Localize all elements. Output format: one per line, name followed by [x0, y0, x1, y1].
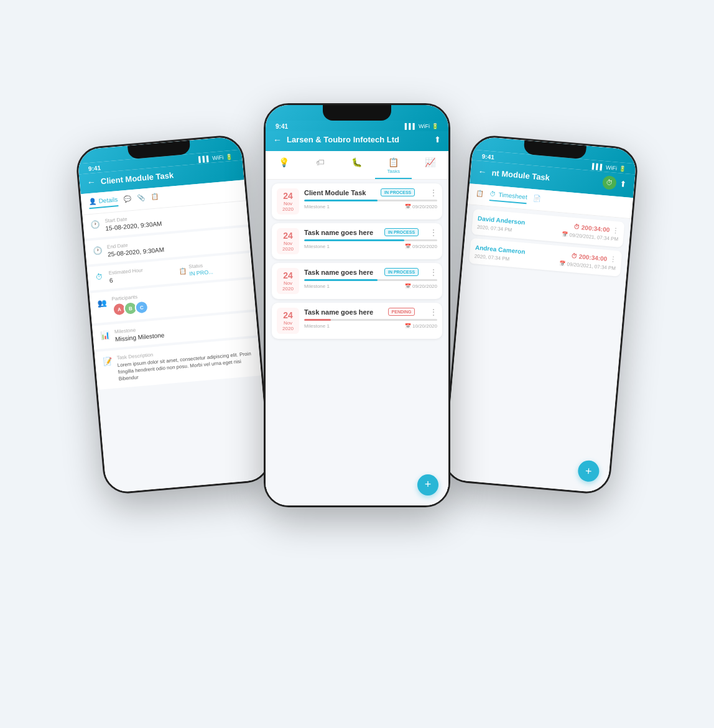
right-share-icon[interactable]: ⬆: [619, 178, 627, 188]
task-badge-1: IN PROCESS: [381, 188, 415, 196]
task-dots-1[interactable]: ⋮: [430, 188, 437, 197]
task-progress-3: [304, 279, 437, 281]
timesheet-name-2: Andrea Cameron: [475, 244, 526, 255]
left-status-icons: ▌▌▌WiFi🔋: [198, 153, 233, 162]
task-badge-4: PENDING: [388, 308, 415, 316]
task-badge-2: IN PROCESS: [384, 228, 419, 236]
task-progress-1: [304, 200, 437, 201]
task-milestone-4: Milestone 1: [304, 323, 330, 329]
tab-analytics[interactable]: 📈: [412, 155, 448, 179]
task-progress-bar-2: [304, 239, 404, 241]
task-card-4: 24 Nov 2020 Task name goes here PENDING …: [272, 303, 442, 339]
task-date-1: 24 Nov 2020: [277, 188, 299, 214]
task-name-4: Task name goes here: [304, 308, 373, 316]
task-name-1: Client Module Task: [304, 189, 366, 196]
right-timesheet-list: David Anderson ⏱ 200:34:00 ⋮ 2020, 07:34…: [443, 205, 631, 493]
timesheet-from-2: 2020, 07:34 PM: [474, 253, 509, 262]
milestone-icon: 📊: [100, 331, 110, 340]
task-due-4: 📅 10/20/2020: [405, 323, 437, 329]
center-fab[interactable]: +: [417, 474, 438, 495]
right-phone-title: nt Module Task: [491, 167, 598, 186]
center-share-icon[interactable]: ⬆: [434, 135, 441, 144]
right-status-time: 9:41: [481, 152, 494, 160]
task-date-3: 24 Nov 2020: [277, 268, 299, 294]
timer-icon: ⏱: [95, 272, 104, 281]
center-phone: 9:41 ▌▌▌WiFi🔋 ← Larsen & Toubro Infotech…: [264, 103, 450, 507]
right-tab-extra[interactable]: 📄: [533, 194, 541, 205]
avatar-3: C: [134, 300, 149, 315]
center-task-list: 24 Nov 2020 Client Module Task IN PROCES…: [266, 180, 448, 505]
center-tab-bar: 💡 🏷 🐛 📋 Tasks 📈: [266, 151, 448, 180]
task-dots-3[interactable]: ⋮: [430, 268, 437, 277]
task-card-1: 24 Nov 2020 Client Module Task IN PROCES…: [272, 183, 442, 219]
task-due-1: 📅 09/20/2020: [405, 204, 437, 210]
task-dots-4[interactable]: ⋮: [430, 308, 437, 316]
timesheet-name-1: David Anderson: [478, 214, 526, 226]
task-date-4: 24 Nov 2020: [277, 308, 299, 334]
task-name-2: Task name goes here: [304, 229, 373, 236]
center-phone-notch: [323, 105, 391, 121]
task-date-2: 24 Nov 2020: [277, 228, 299, 254]
left-tab-more[interactable]: 📋: [151, 192, 159, 203]
left-tab-details[interactable]: 👤 Details: [88, 196, 118, 209]
clock-icon-2: 🕐: [93, 246, 103, 255]
left-tab-chat[interactable]: 💬: [124, 195, 132, 206]
center-back-icon[interactable]: ←: [273, 135, 282, 145]
task-badge-3: IN PROCESS: [384, 268, 419, 276]
tab-ideas[interactable]: 💡: [266, 155, 302, 179]
timesheet-dots-1[interactable]: ⋮: [612, 226, 619, 234]
task-milestone-3: Milestone 1: [304, 283, 330, 289]
task-milestone-1: Milestone 1: [304, 204, 330, 210]
center-status-time: 9:41: [276, 123, 288, 130]
task-progress-4: [304, 319, 437, 321]
task-progress-bar-4: [304, 319, 331, 321]
right-phone: 9:41 ▌▌▌WiFi🔋 ← nt Module Task ⏱ ⬆ 📋: [442, 134, 639, 495]
desc-icon: 📝: [103, 356, 113, 366]
tab-bugs[interactable]: 🐛: [339, 155, 376, 179]
group-icon: 👥: [97, 298, 107, 307]
right-tab-more[interactable]: 📋: [476, 189, 484, 200]
center-phone-title: Larsen & Toubro Infotech Ltd: [287, 135, 429, 144]
left-content: 🕐 Start Date 15-08-2020, 9:30AM 🕐 End Da…: [83, 201, 271, 493]
right-status-icons: ▌▌▌WiFi🔋: [592, 162, 626, 172]
task-dots-2[interactable]: ⋮: [430, 228, 437, 237]
right-back-icon[interactable]: ←: [478, 166, 487, 177]
task-milestone-2: Milestone 1: [304, 244, 330, 249]
status-label: Status: [188, 261, 213, 269]
tab-tickets[interactable]: 🏷: [302, 155, 339, 179]
timesheet-dots-2[interactable]: ⋮: [610, 255, 617, 264]
left-phone: 9:41 ▌▌▌WiFi🔋 ← Client Module Task 👤 Det…: [75, 134, 272, 495]
center-status-icons: ▌▌▌WiFi🔋: [405, 123, 438, 129]
left-status-time: 9:41: [88, 164, 101, 172]
task-progress-2: [304, 239, 437, 241]
status-value: IN PRO...: [189, 268, 213, 276]
task-name-3: Task name goes here: [304, 269, 373, 276]
task-card-3: 24 Nov 2020 Task name goes here IN PROCE…: [272, 263, 442, 299]
left-tab-attachment[interactable]: 📎: [137, 193, 145, 205]
timesheet-time-1: ⏱ 200:34:00: [573, 223, 610, 233]
task-progress-bar-3: [304, 279, 378, 281]
tab-tasks[interactable]: 📋 Tasks: [375, 155, 412, 179]
task-due-2: 📅 09/20/2020: [405, 244, 437, 249]
right-tab-timesheet[interactable]: ⏱ Timesheet: [489, 190, 528, 204]
clock-icon: 🕐: [90, 219, 100, 229]
right-timer-icon[interactable]: ⏱: [602, 175, 617, 190]
task-progress-bar-1: [304, 200, 378, 201]
timesheet-from-1: 2020, 07:34 PM: [477, 224, 512, 233]
left-back-icon[interactable]: ←: [86, 177, 96, 187]
timesheet-time-2: ⏱ 200:34:00: [571, 252, 608, 262]
task-due-3: 📅 09/20/2020: [405, 283, 437, 289]
task-card-2: 24 Nov 2020 Task name goes here IN PROCE…: [272, 223, 442, 259]
